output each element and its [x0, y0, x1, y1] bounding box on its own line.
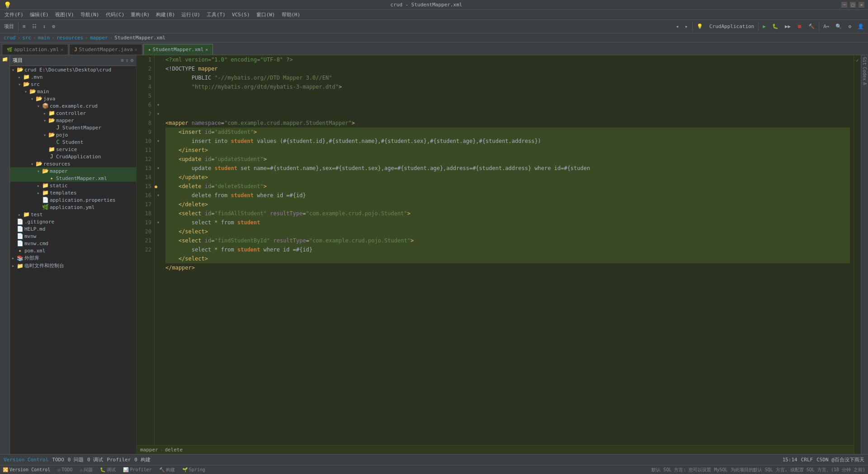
menu-code[interactable]: 代码(C) — [103, 10, 127, 19]
user-button[interactable]: 👤 — [855, 23, 866, 30]
menu-help[interactable]: 帮助(H) — [279, 10, 303, 19]
fold-icon-13[interactable]: ▾ — [157, 164, 160, 173]
title-bar-controls[interactable]: − □ ✕ — [841, 2, 864, 8]
bottom-item-problems[interactable]: ⚠ 问题 — [80, 467, 93, 473]
tree-item-crud-application[interactable]: J CrudApplication — [10, 153, 136, 160]
tree-item-student-mapper-xml[interactable]: ✦ StudentMapper.xml — [10, 175, 136, 182]
toolbar-nav-forward[interactable]: ▸ — [683, 23, 690, 30]
bottom-item-todo[interactable]: ☑ TODO — [57, 467, 72, 472]
right-toolbar-git-icon[interactable]: Git — [862, 57, 867, 65]
tree-item-crud-root[interactable]: ▾ 📂 crud E:\Documets\Desktop\crud — [10, 66, 136, 73]
sidebar-ctrl-list[interactable]: ≡ — [121, 57, 124, 63]
menu-vcs[interactable]: VCS(S) — [229, 11, 253, 19]
sidebar-ctrl-sort[interactable]: ⇕ — [126, 57, 129, 63]
left-strip-folder-icon[interactable]: 📁 — [2, 57, 8, 63]
tab-close-application-yml[interactable]: ✕ — [61, 47, 63, 52]
editor-breadcrumb-delete[interactable]: delete — [165, 447, 183, 453]
search-everywhere-button[interactable]: 🔍 — [833, 23, 844, 30]
breadcrumb-resources[interactable]: resources — [57, 35, 84, 41]
tree-item-package[interactable]: ▾ 📦 com.example.crud — [10, 102, 136, 109]
tree-item-mvnw-cmd[interactable]: 📄 mvnw.cmd — [10, 240, 136, 247]
tree-item-help-md[interactable]: 📄 HELP.md — [10, 225, 136, 232]
toolbar-settings-icon[interactable]: ⚙ — [50, 23, 57, 30]
tree-item-test[interactable]: ▸ 📁 test — [10, 211, 136, 218]
fold-icon-7[interactable]: ▾ — [157, 109, 160, 118]
tree-item-pom-xml[interactable]: ✦ pom.xml — [10, 247, 136, 254]
breadcrumb-mapper-nav[interactable]: mapper — [90, 35, 108, 41]
tree-item-app-properties[interactable]: 📄 application.properties — [10, 196, 136, 204]
bottom-item-profiler[interactable]: 📊 Profiler — [123, 467, 151, 472]
tree-item-mapper-resources[interactable]: ▾ 📂 mapper — [10, 167, 136, 175]
tab-student-mapper-java[interactable]: J StudentMapper.java ✕ — [69, 44, 142, 55]
build-status[interactable]: 0 构建 — [134, 456, 150, 463]
tab-close-student-mapper-java[interactable]: ✕ — [135, 47, 137, 52]
tree-item-resources[interactable]: ▾ 📂 resources — [10, 160, 136, 167]
code-container[interactable]: 1 2 3 4 5 6 7 8 9 10 11 12 13 14 15 16 1… — [137, 55, 854, 445]
menu-build[interactable]: 构建(B) — [153, 10, 178, 19]
build-button[interactable]: 🔨 — [806, 23, 817, 30]
bottom-item-vcs[interactable]: 🔀 Version Control — [3, 467, 50, 472]
run-with-coverage-button[interactable]: ▶▶ — [783, 23, 793, 30]
tree-item-mvnw[interactable]: 📄 mvnw — [10, 232, 136, 240]
fold-icon-10[interactable]: ▾ — [157, 137, 160, 146]
tree-item-external-libs[interactable]: ▸ 📚 外部库 — [10, 254, 136, 262]
tree-item-temp-files[interactable]: ▸ 📁 临时文件和控制台 — [10, 262, 136, 270]
terminal-status[interactable]: 0 调试 — [87, 456, 103, 463]
toolbar-grid-icon[interactable]: ☷ — [30, 23, 39, 30]
translate-button[interactable]: A↔ — [821, 23, 831, 30]
problems-status[interactable]: 0 问题 — [68, 456, 84, 463]
editor-breadcrumb-mapper[interactable]: mapper — [140, 447, 158, 453]
fold-icon-19[interactable]: ▾ — [157, 218, 160, 227]
bottom-item-build[interactable]: 🔨 构建 — [159, 467, 175, 473]
profiler-status[interactable]: Profiler — [107, 457, 131, 463]
tab-application-yml[interactable]: 🌿 application.yml ✕ — [2, 44, 68, 55]
tree-item-gitignore[interactable]: 📄 .gitignore — [10, 218, 136, 225]
breadcrumb-crud[interactable]: crud — [4, 35, 16, 41]
tab-close-student-mapper-xml[interactable]: ✕ — [205, 47, 208, 52]
toolbar-run-config-label[interactable]: CrudApplication — [707, 23, 756, 30]
sidebar-ctrl-settings[interactable]: ⚙ — [130, 57, 133, 63]
toolbar-list-icon[interactable]: ≡ — [20, 23, 28, 30]
tree-item-java[interactable]: ▾ 📂 java — [10, 95, 136, 102]
toolbar-sort-icon[interactable]: ⇕ — [41, 23, 48, 30]
menu-tools[interactable]: 工具(T) — [204, 10, 228, 19]
tree-item-mvn[interactable]: ▸ 📁 .mvn — [10, 73, 136, 81]
settings-button[interactable]: ⚙ — [846, 23, 854, 30]
tree-item-app-yml[interactable]: 🌿 application.yml — [10, 204, 136, 211]
breadcrumb-src[interactable]: src — [22, 35, 31, 41]
vcs-status[interactable]: Version Control — [4, 457, 48, 463]
debug-button[interactable]: 🐛 — [770, 23, 781, 30]
todo-status[interactable]: TODO — [52, 457, 64, 463]
tree-item-mapper-java[interactable]: ▾ 📂 mapper — [10, 117, 136, 124]
menu-refactor[interactable]: 重构(R) — [128, 10, 152, 19]
tab-student-mapper-xml[interactable]: ✦ StudentMapper.xml ✕ — [143, 44, 213, 55]
close-button[interactable]: ✕ — [859, 2, 864, 8]
right-toolbar-codex-icon[interactable]: Codex — [862, 67, 867, 81]
menu-view[interactable]: 视图(V) — [52, 10, 77, 19]
menu-window[interactable]: 窗口(W) — [254, 10, 278, 19]
fold-icon-16[interactable]: ▾ — [157, 191, 160, 200]
tree-item-static[interactable]: ▸ 📁 static — [10, 182, 136, 189]
menu-run[interactable]: 运行(U) — [179, 10, 203, 19]
tree-item-main[interactable]: ▾ 📂 main — [10, 88, 136, 95]
toolbar-nav-back[interactable]: ◂ — [674, 23, 681, 30]
menu-edit[interactable]: 编辑(E) — [27, 10, 52, 19]
breadcrumb-main[interactable]: main — [38, 35, 50, 41]
bottom-item-spring[interactable]: 🌱 Spring — [182, 467, 205, 472]
menu-navigate[interactable]: 导航(N) — [78, 10, 102, 19]
fold-icon-6[interactable]: ▾ — [157, 100, 160, 109]
tree-item-controller[interactable]: ▸ 📁 controller — [10, 109, 136, 117]
tree-item-service[interactable]: 📁 service — [10, 146, 136, 153]
bottom-item-debug[interactable]: 🐛 调试 — [100, 467, 116, 473]
right-toolbar-layout-icon[interactable]: A — [862, 82, 867, 85]
breadcrumb-file[interactable]: StudentMapper.xml — [114, 35, 165, 41]
menu-file[interactable]: 文件(F) — [2, 10, 26, 19]
minimize-button[interactable]: − — [841, 2, 847, 8]
maximize-button[interactable]: □ — [850, 2, 856, 8]
tree-item-src[interactable]: ▾ 📂 src — [10, 81, 136, 88]
stop-button[interactable]: ⏹ — [795, 23, 804, 30]
tree-item-student-class[interactable]: C Student — [10, 138, 136, 146]
code-content[interactable]: <?xml version="1.0" encoding="UTF-8" ?> … — [162, 55, 854, 445]
tree-item-student-mapper[interactable]: J StudentMapper — [10, 124, 136, 131]
tree-item-templates[interactable]: ▸ 📁 templates — [10, 189, 136, 196]
